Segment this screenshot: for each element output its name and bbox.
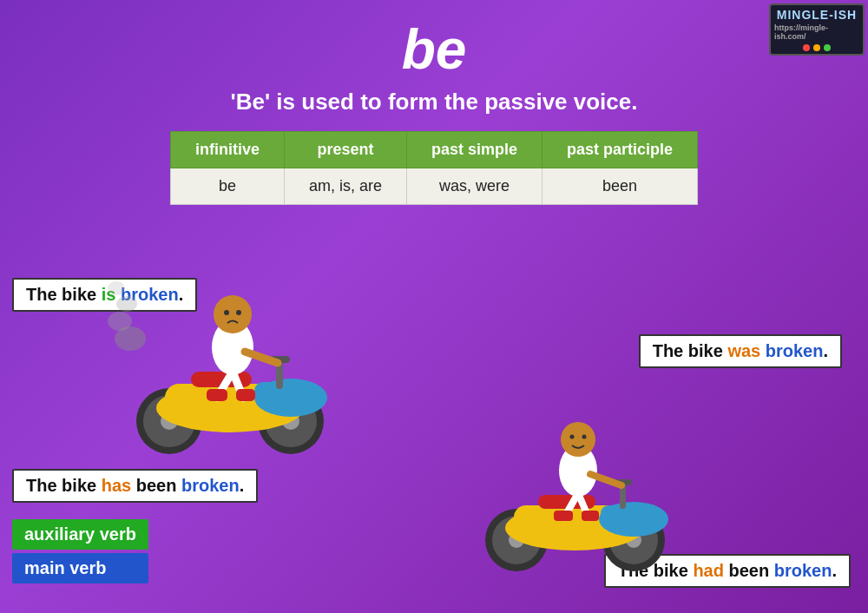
scooter-right bbox=[460, 399, 686, 577]
logo-url: https://mingle-ish.com/ bbox=[774, 23, 859, 41]
svg-rect-25 bbox=[236, 389, 255, 401]
s3-mid: been bbox=[131, 476, 181, 495]
svg-point-19 bbox=[224, 310, 229, 315]
page-title: be bbox=[0, 0, 868, 82]
svg-point-1 bbox=[108, 312, 132, 331]
subtitle: 'Be' is used to form the passive voice. bbox=[0, 89, 868, 115]
svg-point-2 bbox=[116, 296, 137, 312]
s4-mid: been bbox=[724, 561, 774, 580]
s2-pre: The bike bbox=[653, 341, 728, 360]
logo: MINGLE-ISH https://mingle-ish.com/ bbox=[769, 3, 865, 56]
s3-end: . bbox=[240, 476, 245, 495]
scooter-left bbox=[104, 269, 347, 464]
svg-point-3 bbox=[108, 281, 125, 295]
s3-verb: broken bbox=[181, 476, 240, 495]
svg-rect-24 bbox=[207, 389, 227, 401]
col-past-participle: past participle bbox=[542, 132, 698, 168]
s2-verb: broken bbox=[766, 341, 824, 360]
s3-aux: has bbox=[102, 476, 131, 495]
logo-dots bbox=[803, 44, 831, 51]
cell-past-simple: was, were bbox=[406, 168, 542, 205]
dot-green bbox=[824, 44, 831, 51]
s3-pre: The bike bbox=[26, 476, 102, 495]
s4-verb: broken bbox=[774, 561, 832, 580]
conjugation-table: infinitive present past simple past part… bbox=[170, 131, 698, 205]
dot-orange bbox=[813, 44, 820, 51]
legend-main: main verb bbox=[12, 553, 148, 583]
svg-point-20 bbox=[236, 310, 241, 315]
conjugation-table-container: infinitive present past simple past part… bbox=[0, 131, 868, 205]
col-past-simple: past simple bbox=[406, 132, 542, 168]
dot-red bbox=[803, 44, 810, 51]
col-present: present bbox=[284, 132, 406, 168]
s2-aux: was bbox=[727, 341, 760, 360]
cell-past-participle: been bbox=[542, 168, 698, 205]
sentence-3: The bike has been broken. bbox=[12, 469, 258, 503]
s4-aux: had bbox=[693, 561, 724, 580]
svg-point-18 bbox=[214, 295, 252, 333]
svg-point-41 bbox=[570, 435, 575, 439]
cell-present: am, is, are bbox=[284, 168, 406, 205]
svg-point-42 bbox=[582, 435, 587, 439]
sentence-2: The bike was broken. bbox=[639, 334, 842, 368]
s2-end: . bbox=[823, 341, 828, 360]
s4-end: . bbox=[832, 561, 837, 580]
col-infinitive: infinitive bbox=[170, 132, 284, 168]
legend-aux: auxiliary verb bbox=[12, 519, 148, 550]
svg-point-40 bbox=[561, 422, 595, 457]
legend: auxiliary verb main verb bbox=[12, 519, 148, 587]
cell-infinitive: be bbox=[170, 168, 284, 205]
svg-rect-46 bbox=[554, 511, 573, 521]
svg-rect-47 bbox=[582, 511, 599, 521]
logo-title: MINGLE-ISH bbox=[777, 8, 857, 22]
s1-pre: The bike bbox=[26, 285, 102, 304]
